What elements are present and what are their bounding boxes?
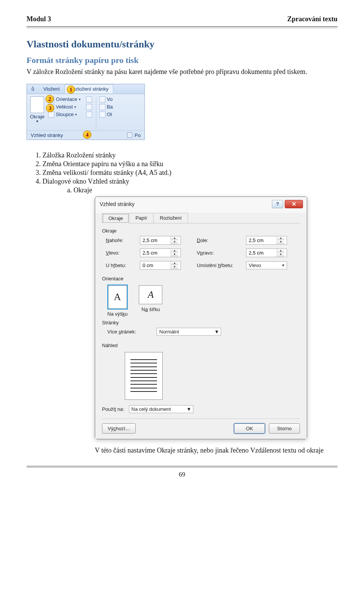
orient-landscape-label: Na šířku (141, 307, 160, 312)
marker-1: 1 (67, 85, 75, 94)
ribbon-right-b: Ba (99, 104, 113, 110)
ok-button[interactable]: OK (234, 423, 265, 434)
columns-icon (48, 112, 54, 118)
borders-icon (99, 112, 105, 118)
spin-down-icon[interactable]: ▼ (277, 240, 284, 244)
hyphen-icon (86, 112, 92, 118)
list-item-2: Změna Orientace papíru na výšku a na šíř… (42, 160, 337, 168)
label-right: Vpravo: (197, 250, 246, 256)
ribbon-mini-3 (86, 112, 92, 118)
ribbon-tabs: ů Vložení Rozložení stránky (27, 84, 144, 94)
label-apply: Použít na: (102, 406, 124, 412)
preview-thumbnail (125, 352, 163, 400)
label-multi-pages: Více stránek: (107, 329, 157, 335)
chevron-down-icon: ▾ (74, 105, 76, 109)
tab-papir[interactable]: Papír (129, 213, 154, 223)
spin-right[interactable]: ▲▼ (246, 248, 287, 257)
intro-paragraph: V záložce Rozložení stránky na pásu kare… (27, 68, 337, 76)
list-item-3: Změna velikosti/ formátu stránky (A4, A5… (42, 169, 337, 177)
portrait-icon: A (108, 285, 127, 309)
line-numbers-icon (86, 104, 92, 110)
input-bottom[interactable] (246, 236, 277, 244)
label-top: Nahoře: (106, 237, 140, 243)
label-left: Vlevo: (106, 250, 140, 256)
label-gutter-pos: Umístění hřbetu: (197, 263, 246, 268)
section-title: Vlastnosti dokumentu/stránky (27, 39, 337, 50)
group-okraje-label: Okraje (102, 228, 300, 234)
spin-left[interactable]: ▲▼ (140, 248, 181, 257)
close-button[interactable]: ✕ (285, 200, 303, 208)
header-left: Modul 3 (27, 15, 51, 23)
orient-portrait[interactable]: A Na výšku (107, 285, 127, 317)
spin-down-icon[interactable]: ▼ (277, 253, 284, 256)
ribbon-sloupce: Sloupce ▾ (48, 112, 80, 118)
dropdown-multi-pages[interactable]: Normální▼ (157, 328, 221, 336)
watermark-icon (99, 96, 105, 102)
chevron-down-icon: ▼ (187, 406, 191, 412)
spin-bottom[interactable]: ▲▼ (246, 236, 287, 245)
input-right[interactable] (246, 249, 277, 257)
list-item-4-text: Dialogové okno Vzhled stránky (42, 178, 129, 185)
marker-3: 3 (46, 104, 54, 112)
list-item-4: Dialogové okno Vzhled stránky Okraje (42, 178, 337, 194)
ribbon-right-a: Vo (99, 96, 113, 102)
default-button[interactable]: Výchozí… (102, 423, 136, 434)
spin-down-icon[interactable]: ▼ (171, 240, 178, 244)
landscape-icon: A (139, 285, 162, 304)
breaks-icon (86, 96, 92, 102)
dropdown-apply[interactable]: Na celý dokument▼ (129, 405, 193, 413)
spin-up-icon[interactable]: ▲ (277, 236, 284, 240)
closing-text: V této části nastavíme Okraje stránky, n… (95, 446, 337, 455)
group-orient-label: Orientace (102, 276, 300, 281)
spin-up-icon[interactable]: ▲ (171, 236, 178, 240)
dialog-title: Vzhled stránky (100, 201, 135, 207)
ribbon-okraje-label: Okraje (30, 114, 44, 119)
ribbon-group-label: Vzhled stránky (31, 132, 63, 138)
page-header: Modul 3 Zpracování textu (27, 15, 337, 23)
ribbon-tab-prev: ů (27, 85, 39, 93)
ribbon-right-c: Oł (99, 112, 113, 118)
marker-4: 4 (83, 130, 91, 139)
spin-top[interactable]: ▲▼ (140, 236, 181, 245)
page-number: 69 (27, 471, 337, 478)
label-bottom: Dole: (197, 237, 246, 243)
ribbon-okraje-button: Okraje ▼ (30, 96, 44, 130)
orient-landscape[interactable]: A Na šířku (139, 285, 162, 317)
spin-up-icon[interactable]: ▲ (277, 249, 284, 253)
input-gutter[interactable] (140, 261, 171, 269)
group-preview-label: Náhled (102, 343, 300, 348)
group-pages-label: Stránky (102, 320, 300, 325)
chevron-down-icon: ▾ (75, 113, 77, 116)
input-left[interactable] (140, 249, 171, 257)
ribbon-mini-1 (86, 96, 92, 102)
marker-2: 2 (46, 95, 54, 103)
pagecolor-icon (99, 104, 105, 110)
cancel-button[interactable]: Storno (269, 423, 300, 434)
header-rule (27, 26, 337, 28)
margins-icon (30, 96, 44, 113)
label-gutter: U hřbetu: (106, 263, 140, 268)
spin-down-icon[interactable]: ▼ (171, 265, 178, 269)
chevron-down-icon: ▼ (214, 329, 219, 335)
numbered-list: Záložka Rozložení stránky Změna Orientac… (42, 151, 337, 194)
dropdown-gutter-pos[interactable]: Vlevo▼ (246, 261, 287, 269)
chevron-down-icon: ▼ (36, 119, 39, 123)
dialog-tabs: Okraje Papír Rozložení (102, 213, 300, 223)
ribbon-screenshot: ů Vložení Rozložení stránky Okraje ▼ Ori… (27, 84, 145, 140)
spin-gutter[interactable]: ▲▼ (140, 261, 181, 270)
dialog-titlebar: Vzhled stránky ? ✕ (95, 197, 307, 213)
tab-rozlozeni[interactable]: Rozložení (153, 213, 188, 223)
help-button[interactable]: ? (272, 200, 283, 208)
ribbon-next-group-hint: Po (135, 132, 141, 138)
spin-up-icon[interactable]: ▲ (171, 261, 178, 265)
orient-portrait-label: Na výšku (107, 311, 127, 317)
chevron-down-icon: ▼ (281, 263, 285, 267)
dialog-launcher-icon (127, 132, 132, 138)
input-top[interactable] (140, 236, 171, 244)
ribbon-tab-vlozeni: Vložení (39, 85, 64, 93)
spin-up-icon[interactable]: ▲ (171, 249, 178, 253)
spin-down-icon[interactable]: ▼ (171, 253, 178, 256)
page-setup-dialog: Vzhled stránky ? ✕ Okraje Papír Rozložen… (95, 197, 307, 439)
header-right: Zpracování textu (287, 15, 338, 23)
tab-okraje[interactable]: Okraje (102, 213, 129, 223)
